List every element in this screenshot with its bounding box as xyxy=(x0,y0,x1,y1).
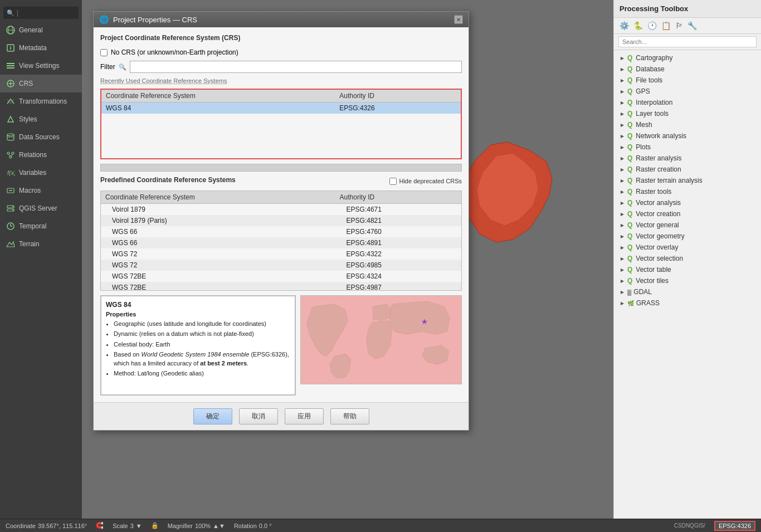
toolbox-options-icon[interactable]: 🏳 xyxy=(674,20,684,31)
expand-arrow-icon: ▶ xyxy=(621,67,624,72)
dialog-overlay: 🌐 Project Properties — CRS ✕ Project Coo… xyxy=(82,0,613,519)
toolbox-group-item[interactable]: ▶QInterpolation xyxy=(614,97,761,108)
sidebar-item-crs[interactable]: CRS xyxy=(0,75,82,92)
toolbox-group-item[interactable]: ▶▓GDAL xyxy=(614,286,761,297)
sidebar-item-general[interactable]: General xyxy=(0,21,82,39)
sidebar-item-label: Terrain xyxy=(19,240,40,248)
sidebar-item-view-settings[interactable]: View Settings xyxy=(0,57,82,75)
sidebar-item-data-sources[interactable]: Data Sources xyxy=(0,128,82,146)
clock-icon xyxy=(6,221,16,231)
toolbox-group-item[interactable]: ▶QRaster analysis xyxy=(614,153,761,164)
table-row[interactable]: WGS 72EPSG:4985 xyxy=(101,260,461,271)
sidebar-item-temporal[interactable]: Temporal xyxy=(0,217,82,235)
toolbox-history-icon[interactable]: 🕐 xyxy=(646,20,658,31)
table-row[interactable]: Voirol 1879 (Paris)EPSG:4821 xyxy=(101,215,461,226)
crs-bullet-5: Method: Lat/long (Geodetic alias) xyxy=(114,369,290,378)
svg-point-25 xyxy=(12,206,13,207)
help-button[interactable]: 帮助 xyxy=(330,408,369,424)
toolbox-run-icon[interactable]: ⚙️ xyxy=(618,20,630,31)
svg-rect-7 xyxy=(7,65,14,66)
toolbox-group-item[interactable]: ▶QRaster tools xyxy=(614,186,761,197)
table-row[interactable]: WGS 66EPSG:4760 xyxy=(101,226,461,237)
toolbox-group-item[interactable]: ▶QVector analysis xyxy=(614,197,761,208)
toolbox-python-icon[interactable]: 🐍 xyxy=(632,20,644,31)
toolbox-group-item[interactable]: ▶QVector creation xyxy=(614,208,761,219)
sidebar-item-relations[interactable]: Relations xyxy=(0,146,82,164)
toolbox-group-item[interactable]: ▶QPlots xyxy=(614,141,761,153)
table-row[interactable]: WGS 72BEEPSG:4324 xyxy=(101,271,461,282)
toolbox-group-item[interactable]: ▶QDatabase xyxy=(614,64,761,75)
crs-name: WGS 84 xyxy=(101,103,335,114)
crs-info-list: Geographic (uses latitude and longitude … xyxy=(106,320,290,378)
sidebar-item-styles[interactable]: Styles xyxy=(0,110,82,128)
toolbox-search-input[interactable] xyxy=(618,36,757,47)
crs-icon xyxy=(6,79,16,89)
rotation-status: Rotation 0.0 ° xyxy=(234,523,272,529)
toolbox-title: Processing Toolbox xyxy=(614,0,761,18)
toolbox-toolbar: ⚙️ 🐍 🕐 📋 🏳 🔧 xyxy=(614,18,761,34)
sidebar-item-variables[interactable]: f(x) Variables xyxy=(0,164,82,182)
svg-rect-6 xyxy=(7,63,14,64)
toolbox-group-item[interactable]: ▶QRaster creation xyxy=(614,164,761,175)
dialog-title: Project Properties — CRS xyxy=(113,16,197,24)
filter-input[interactable] xyxy=(130,61,462,73)
hide-deprecated-checkbox[interactable] xyxy=(389,178,397,185)
pred-crs-name: Voirol 1879 (Paris) xyxy=(101,215,335,226)
table-row[interactable]: WGS 66EPSG:4891 xyxy=(101,237,461,248)
table-row[interactable]: WGS 72BEEPSG:4987 xyxy=(101,282,461,291)
recently-used-hscrollbar[interactable] xyxy=(100,164,462,172)
toolbox-group-item[interactable]: ▶QVector general xyxy=(614,219,761,231)
dialog-titlebar-left: 🌐 Project Properties — CRS xyxy=(99,15,197,24)
sidebar-item-qgis-server[interactable]: QGIS Server xyxy=(0,199,82,217)
toolbox-group-item[interactable]: ▶QNetwork analysis xyxy=(614,130,761,141)
dialog-section-heading: Project Coordinate Reference System (CRS… xyxy=(100,34,462,42)
sidebar-item-label: Temporal xyxy=(19,222,46,230)
sidebar-item-metadata[interactable]: Metadata xyxy=(0,39,82,57)
toolbox-results-icon[interactable]: 📋 xyxy=(660,20,672,31)
table-row[interactable]: Voirol 1879EPSG:4671 xyxy=(101,204,461,216)
toolbox-group-item[interactable]: ▶QLayer tools xyxy=(614,108,761,119)
table-row[interactable]: WGS 72EPSG:4322 xyxy=(101,248,461,260)
toolbox-item-label: GPS xyxy=(636,87,650,95)
no-crs-checkbox[interactable] xyxy=(100,49,108,56)
toolbox-group-item[interactable]: ▶QVector overlay xyxy=(614,242,761,253)
toolbox-item-label: GDAL xyxy=(633,288,652,296)
toolbox-group-item[interactable]: ▶QGPS xyxy=(614,86,761,97)
toolbox-group-item[interactable]: ▶QCartography xyxy=(614,52,761,64)
toolbox-group-item[interactable]: ▶QVector geometry xyxy=(614,231,761,242)
sidebar-search-box[interactable]: 🔍 xyxy=(3,7,79,19)
close-button[interactable]: ✕ xyxy=(454,15,463,24)
sidebar-search-input[interactable] xyxy=(17,9,75,17)
toolbox-item-label: Mesh xyxy=(636,121,652,129)
apply-button[interactable]: 应用 xyxy=(285,408,324,424)
table-row[interactable]: WGS 84 EPSG:4326 xyxy=(101,103,461,114)
toolbox-group-item[interactable]: ▶QMesh xyxy=(614,119,761,130)
toolbox-search-box xyxy=(614,34,761,50)
cancel-button[interactable]: 取消 xyxy=(239,408,278,424)
epsg-badge[interactable]: EPSG:4326 xyxy=(714,521,755,531)
scale-value: 3 xyxy=(130,523,134,529)
processing-toolbox: Processing Toolbox ⚙️ 🐍 🕐 📋 🏳 🔧 ▶QCartog… xyxy=(613,0,761,519)
q-icon: Q xyxy=(627,277,632,285)
toolbox-group-item[interactable]: ▶QVector table xyxy=(614,264,761,275)
toolbox-item-label: Raster terrain analysis xyxy=(636,177,702,184)
crs-authority: EPSG:4326 xyxy=(335,103,461,114)
ok-button[interactable]: 确定 xyxy=(193,408,232,424)
predefined-label: Predefined Coordinate Reference Systems xyxy=(100,176,236,184)
settings-icon xyxy=(6,61,16,71)
sidebar-item-label: Variables xyxy=(19,169,46,177)
toolbox-item-label: Vector table xyxy=(636,266,671,274)
toolbox-group-item[interactable]: ▶🌿GRASS xyxy=(614,297,761,309)
toolbox-group-item[interactable]: ▶QVector selection xyxy=(614,253,761,264)
toolbox-group-item[interactable]: ▶QRaster terrain analysis xyxy=(614,175,761,186)
sidebar-item-macros[interactable]: Macros xyxy=(0,182,82,199)
magnifier-status: Magnifier 100% ▲▼ xyxy=(168,523,225,529)
rotation-label: Rotation xyxy=(234,523,257,529)
q-icon: Q xyxy=(627,232,632,240)
sidebar-item-terrain[interactable]: Terrain xyxy=(0,235,82,253)
crs-bullet-3: Celestial body: Earth xyxy=(114,340,290,349)
toolbox-group-item[interactable]: ▶QFile tools xyxy=(614,75,761,86)
toolbox-locate-icon[interactable]: 🔧 xyxy=(686,20,698,31)
sidebar-item-transformations[interactable]: Transformations xyxy=(0,92,82,110)
toolbox-group-item[interactable]: ▶QVector tiles xyxy=(614,275,761,286)
